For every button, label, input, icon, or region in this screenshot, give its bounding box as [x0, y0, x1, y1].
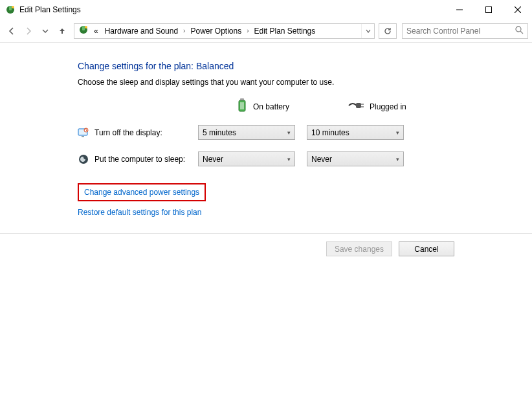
sleep-label: Put the computer to sleep: [94, 155, 198, 164]
breadcrumb: « Hardware and Sound › Power Options › E… [74, 25, 361, 37]
svg-rect-8 [82, 26, 85, 30]
svg-point-10 [516, 27, 521, 32]
on-battery-header: On battery [236, 98, 289, 115]
page-heading: Change settings for the plan: Balanced [78, 61, 532, 71]
svg-point-2 [12, 6, 14, 8]
chevron-down-icon: ▾ [396, 156, 399, 162]
search-input[interactable] [406, 27, 515, 36]
display-label: Turn off the display: [94, 128, 198, 137]
display-battery-dropdown[interactable]: 5 minutes ▾ [198, 125, 295, 140]
address-bar[interactable]: « Hardware and Sound › Power Options › E… [74, 23, 375, 39]
display-plugged-value: 10 minutes [311, 128, 349, 137]
back-button[interactable] [4, 23, 19, 39]
power-options-icon [5, 5, 16, 15]
sleep-battery-value: Never [203, 155, 223, 164]
breadcrumb-prefix[interactable]: « [91, 25, 101, 37]
plugged-in-label: Plugged in [370, 102, 406, 111]
svg-rect-13 [240, 98, 244, 100]
sleep-plugged-dropdown[interactable]: Never ▾ [307, 151, 404, 166]
advanced-settings-link[interactable]: Change advanced power settings [84, 188, 199, 197]
plugged-in-header: Plugged in [348, 100, 406, 113]
sleep-icon [78, 153, 89, 165]
display-icon [78, 127, 89, 139]
breadcrumb-hardware-sound[interactable]: Hardware and Sound [102, 25, 181, 37]
display-plugged-dropdown[interactable]: 10 minutes ▾ [307, 125, 404, 140]
refresh-button[interactable] [379, 23, 397, 39]
cancel-button[interactable]: Cancel [399, 241, 454, 256]
plug-icon [348, 100, 364, 113]
titlebar: Edit Plan Settings [0, 0, 532, 19]
svg-rect-1 [9, 6, 12, 10]
column-headers: On battery Plugged in [78, 98, 532, 115]
window-controls [445, 0, 532, 19]
chevron-down-icon: ▾ [287, 129, 291, 136]
power-options-icon [78, 25, 89, 37]
main-content: Change settings for the plan: Balanced C… [0, 43, 532, 217]
display-setting-row: Turn off the display: 5 minutes ▾ 10 min… [78, 125, 532, 140]
page-description: Choose the sleep and display settings th… [78, 78, 532, 87]
breadcrumb-edit-plan[interactable]: Edit Plan Settings [252, 25, 318, 37]
svg-rect-15 [356, 103, 361, 108]
footer-buttons: Save changes Cancel [0, 233, 532, 264]
svg-point-9 [85, 26, 87, 28]
minimize-button[interactable] [445, 0, 474, 19]
window-title: Edit Plan Settings [19, 5, 445, 14]
svg-rect-4 [485, 7, 491, 13]
save-button[interactable]: Save changes [326, 241, 392, 256]
svg-line-11 [520, 31, 523, 34]
sleep-setting-row: Put the computer to sleep: Never ▾ Never… [78, 151, 532, 166]
search-icon [515, 26, 524, 36]
svg-rect-14 [240, 102, 244, 109]
display-battery-value: 5 minutes [203, 128, 236, 137]
links-area: Change advanced power settings Restore d… [78, 183, 532, 217]
chevron-right-icon: › [182, 27, 186, 34]
sleep-plugged-value: Never [311, 155, 332, 164]
address-dropdown-button[interactable] [361, 24, 374, 38]
chevron-down-icon: ▾ [396, 129, 399, 136]
advanced-link-highlight: Change advanced power settings [78, 183, 206, 201]
restore-defaults-link[interactable]: Restore default settings for this plan [78, 208, 201, 217]
maximize-button[interactable] [474, 0, 503, 19]
navigation-bar: « Hardware and Sound › Power Options › E… [0, 19, 532, 43]
sleep-battery-dropdown[interactable]: Never ▾ [198, 151, 295, 166]
recent-locations-button[interactable] [38, 23, 53, 39]
battery-icon [236, 98, 248, 115]
close-button[interactable] [503, 0, 532, 19]
on-battery-label: On battery [253, 102, 289, 111]
search-box[interactable] [402, 23, 528, 39]
up-button[interactable] [54, 23, 70, 39]
svg-rect-19 [82, 136, 84, 137]
chevron-right-icon: › [245, 27, 250, 34]
chevron-down-icon: ▾ [287, 156, 291, 162]
breadcrumb-power-options[interactable]: Power Options [188, 25, 244, 37]
forward-button[interactable] [21, 23, 36, 39]
